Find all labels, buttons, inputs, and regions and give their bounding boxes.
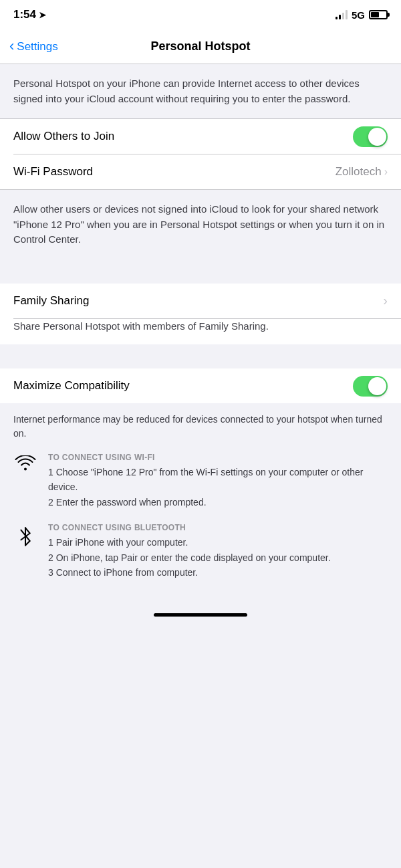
family-sharing-row[interactable]: Family Sharing › — [0, 284, 401, 318]
wifi-step-1: 1 Choose "iPhone 12 Pro" from the Wi-Fi … — [48, 465, 388, 495]
wifi-password-value: Zollotech — [336, 165, 382, 179]
status-right: 5G — [336, 9, 388, 21]
section-gap-2 — [0, 344, 401, 368]
wifi-connect-item: TO CONNECT USING WI-FI 1 Choose "iPhone … — [13, 453, 388, 510]
status-bar: 1:54 ➤ 5G — [0, 0, 401, 29]
family-sharing-section: Family Sharing › Share Personal Hotspot … — [0, 284, 401, 345]
bt-step-3: 3 Connect to iPhone from computer. — [48, 565, 331, 580]
family-sharing-sublabel: Share Personal Hotspot with members of F… — [0, 319, 401, 345]
network-type-label: 5G — [352, 9, 365, 21]
page-title: Personal Hotspot — [150, 39, 250, 53]
bluetooth-svg — [15, 526, 35, 550]
wifi-password-value-group: Zollotech › — [336, 165, 388, 179]
back-button[interactable]: ‹ Settings — [9, 40, 58, 53]
battery-icon — [369, 10, 388, 19]
maximize-toggle-knob — [368, 377, 386, 395]
family-sharing-label: Family Sharing — [13, 294, 89, 308]
wifi-connect-steps: 1 Choose "iPhone 12 Pro" from the Wi-Fi … — [48, 465, 388, 510]
wifi-svg — [15, 455, 36, 471]
bluetooth-connect-steps: 1 Pair iPhone with your computer. 2 On i… — [48, 535, 331, 580]
compatibility-note: Internet performance may be reduced for … — [13, 413, 388, 441]
maximize-label: Maximize Compatibility — [13, 379, 130, 393]
chevron-left-icon: ‹ — [9, 39, 14, 53]
wifi-icon — [13, 453, 37, 471]
allow-others-label: Allow Others to Join — [13, 130, 114, 143]
allow-others-row: Allow Others to Join — [0, 119, 401, 154]
wifi-connect-text: TO CONNECT USING WI-FI 1 Choose "iPhone … — [48, 453, 388, 510]
family-sharing-chevron-icon: › — [383, 293, 388, 308]
bluetooth-icon — [13, 523, 37, 550]
main-settings-section: Allow Others to Join Wi-Fi Password Zoll… — [0, 118, 401, 190]
maximize-compatibility-row: Maximize Compatibility — [0, 368, 401, 403]
home-indicator — [0, 607, 401, 627]
bluetooth-connect-item: TO CONNECT USING BLUETOOTH 1 Pair iPhone… — [13, 523, 388, 580]
status-time: 1:54 ➤ — [13, 8, 46, 21]
bluetooth-connect-heading: TO CONNECT USING BLUETOOTH — [48, 523, 331, 532]
maximize-section: Maximize Compatibility — [0, 368, 401, 403]
wifi-password-label: Wi-Fi Password — [13, 165, 93, 179]
bluetooth-connect-text: TO CONNECT USING BLUETOOTH 1 Pair iPhone… — [48, 523, 331, 580]
intro-description: Personal Hotspot on your iPhone can prov… — [0, 64, 401, 118]
wifi-step-2: 2 Enter the password when prompted. — [48, 495, 388, 510]
allow-others-toggle[interactable] — [353, 126, 388, 147]
wifi-password-row[interactable]: Wi-Fi Password Zollotech › — [0, 154, 401, 189]
wifi-connect-heading: TO CONNECT USING WI-FI — [48, 453, 388, 462]
toggle-knob — [368, 128, 386, 146]
chevron-right-icon: › — [384, 166, 388, 178]
bt-step-2: 2 On iPhone, tap Pair or enter the code … — [48, 550, 331, 565]
location-arrow-icon: ➤ — [39, 10, 46, 20]
home-bar — [154, 613, 247, 617]
time-label: 1:54 — [13, 8, 36, 21]
nav-bar: ‹ Settings Personal Hotspot — [0, 29, 401, 64]
section-gap-1 — [0, 259, 401, 284]
back-label: Settings — [17, 40, 57, 53]
bt-step-1: 1 Pair iPhone with your computer. — [48, 535, 331, 550]
instructions-block: Internet performance may be reduced for … — [0, 403, 401, 607]
signal-bars-icon — [336, 10, 348, 19]
maximize-toggle[interactable] — [353, 376, 388, 397]
icloud-info-description: Allow other users or devices not signed … — [0, 190, 401, 259]
